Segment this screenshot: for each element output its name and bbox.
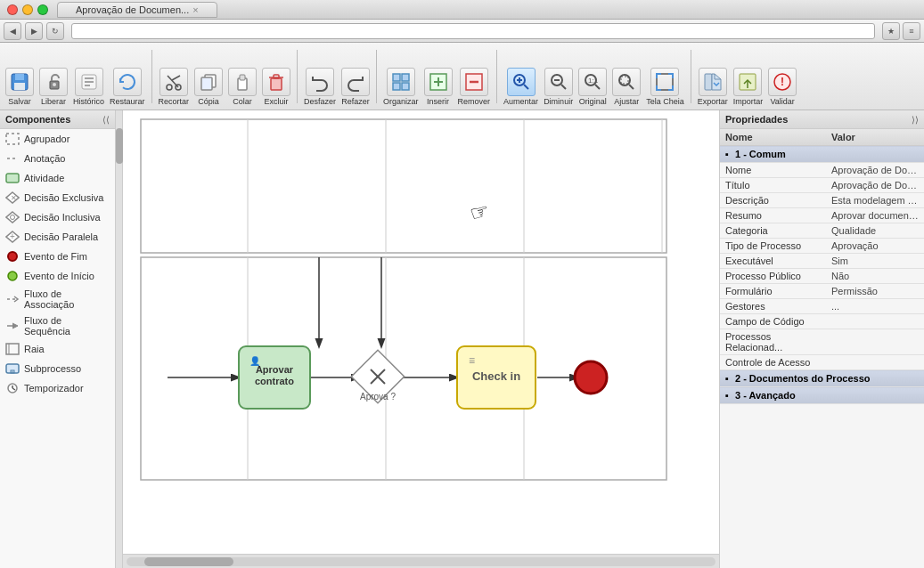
prop-row-categoria: Categoria Qualidade — [720, 223, 924, 239]
prop-value-nome[interactable]: Aprovação de Documen... — [826, 163, 924, 178]
prop-value-campo-codigo[interactable] — [826, 314, 924, 329]
prop-value-formulario[interactable]: Permissão — [826, 284, 924, 299]
window-chrome: Aprovação de Documen... × — [0, 0, 924, 20]
properties-expand-icon[interactable]: ⟩⟩ — [912, 115, 919, 125]
svg-point-4 — [53, 83, 56, 86]
prop-value-controle[interactable] — [826, 355, 924, 370]
section-expand-icon: ▪ — [725, 149, 729, 159]
prop-value-processo-publico[interactable]: Não — [826, 269, 924, 284]
importar-button[interactable]: Importar — [732, 66, 765, 108]
bookmark-icon[interactable]: ★ — [882, 22, 900, 40]
scroll-thumb[interactable] — [144, 557, 233, 566]
sidebar-item-evento-fim[interactable]: Evento de Fim — [0, 247, 115, 266]
restaurar-button[interactable]: Restaurar — [108, 66, 147, 108]
refresh-button[interactable]: ↻ — [46, 22, 64, 40]
sidebar-item-raia[interactable]: Raia — [0, 339, 115, 359]
liberar-button[interactable]: Liberar — [37, 66, 70, 108]
validar-button[interactable]: ! Validar — [766, 66, 798, 108]
canvas-area[interactable]: 👤 Aprovar contrato Aprova ? ≡ Check in — [116, 110, 719, 568]
recortar-button[interactable]: Recortar — [157, 66, 192, 108]
menu-icon[interactable]: ≡ — [903, 22, 920, 40]
copia-button[interactable]: Cópia — [192, 66, 225, 108]
right-panel: Propriedades ⟩⟩ Nome Valor ▪ 1 - Com — [719, 110, 924, 568]
historico-button[interactable]: Histórico — [71, 66, 106, 108]
original-button[interactable]: 1:1 Original — [576, 66, 609, 108]
prop-value-processos-rel[interactable] — [826, 329, 924, 355]
sidebar-item-decisao-exclusiva[interactable]: ✕ Decisão Exclusiva — [0, 188, 115, 207]
left-scroll-bar[interactable] — [116, 110, 123, 568]
section-documentos[interactable]: ▪ 2 - Documentos do Processo — [720, 370, 924, 387]
sidebar-item-anotacao[interactable]: Anotação — [0, 149, 115, 168]
organizar-button[interactable]: Organizar — [381, 66, 421, 108]
prop-row-processo-publico: Processo Público Não — [720, 269, 924, 284]
left-scroll-thumb[interactable] — [116, 128, 123, 164]
prop-name-controle: Controle de Acesso — [720, 355, 826, 370]
refazer-icon — [341, 68, 370, 96]
sidebar-item-decisao-inclusiva[interactable]: Decisão Inclusiva — [0, 207, 115, 227]
sidebar-item-label: Temporizador — [24, 383, 84, 394]
active-tab[interactable]: Aprovação de Documen... × — [57, 2, 217, 18]
prop-row-titulo: Título Aprovação de Documen... — [720, 178, 924, 193]
exportar-button[interactable]: Exportar — [696, 66, 730, 108]
sidebar-item-label: Subprocesso — [24, 363, 81, 374]
prop-name-resumo: Resumo — [720, 208, 826, 223]
colar-button[interactable]: Colar — [226, 66, 258, 108]
forward-button[interactable]: ▶ — [25, 22, 43, 40]
sidebar-item-agrupador[interactable]: Agrupador — [0, 129, 115, 149]
section-label-3: 3 - Avançado — [735, 390, 796, 401]
inserir-button[interactable]: Inserir — [422, 66, 454, 108]
svg-rect-41 — [621, 77, 628, 84]
prop-value-titulo[interactable]: Aprovação de Documen... — [826, 178, 924, 193]
remover-button[interactable]: Remover — [456, 66, 493, 108]
tela-cheia-button[interactable]: Tela Cheia — [644, 66, 686, 108]
recortar-icon — [159, 68, 188, 96]
sidebar-item-atividade[interactable]: Atividade — [0, 168, 115, 188]
excluir-button[interactable]: Excluir — [260, 66, 292, 108]
properties-scroll[interactable]: Nome Valor ▪ 1 - Comum Nome Aprovação — [720, 129, 924, 568]
svg-rect-20 — [393, 74, 400, 81]
refazer-button[interactable]: Refazer — [339, 66, 372, 108]
prop-row-tipo: Tipo de Processo Aprovação — [720, 239, 924, 254]
address-bar[interactable] — [71, 23, 875, 39]
prop-value-categoria[interactable]: Qualidade — [826, 223, 924, 239]
prop-value-gestores[interactable]: ... — [826, 299, 924, 314]
validar-icon: ! — [768, 68, 797, 96]
section-comum[interactable]: ▪ 1 - Comum — [720, 146, 924, 163]
svg-rect-23 — [402, 83, 409, 90]
sidebar-item-subprocesso[interactable]: + Subprocesso — [0, 359, 115, 378]
tab-close-icon[interactable]: × — [192, 4, 198, 15]
decisao-paralela-icon: + — [5, 230, 20, 244]
desfazer-icon — [306, 68, 334, 96]
agrupador-icon — [5, 132, 20, 146]
maximize-button[interactable] — [37, 4, 48, 15]
diminuir-label: Diminuir — [544, 97, 573, 106]
close-button[interactable] — [7, 4, 18, 15]
prop-value-executavel[interactable]: Sim — [826, 254, 924, 269]
prop-value-tipo[interactable]: Aprovação — [826, 239, 924, 254]
diminuir-button[interactable]: Diminuir — [542, 66, 575, 108]
sidebar-item-fluxo-associacao[interactable]: Fluxo de Associação — [0, 286, 115, 312]
sidebar-collapse-button[interactable]: ⟨⟨ — [102, 115, 110, 125]
col-name: Nome — [720, 129, 826, 146]
minimize-button[interactable] — [22, 4, 33, 15]
toolbar: Salvar Liberar Histórico Restaurar Recor… — [0, 43, 924, 110]
prop-value-descricao[interactable]: Esta modelagem tem, ... — [826, 193, 924, 208]
canvas-viewport[interactable]: 👤 Aprovar contrato Aprova ? ≡ Check in — [123, 110, 719, 554]
sidebar-item-fluxo-sequencia[interactable]: Fluxo de Sequência — [0, 312, 115, 339]
nav-icons: ★ ≡ — [882, 22, 920, 40]
salvar-button[interactable]: Salvar — [4, 66, 36, 108]
sidebar-item-decisao-paralela[interactable]: + Decisão Paralela — [0, 227, 115, 247]
back-button[interactable]: ◀ — [4, 22, 21, 40]
aumentar-button[interactable]: Aumentar — [502, 66, 540, 108]
liberar-icon — [39, 68, 68, 96]
bpmn-diagram[interactable]: 👤 Aprovar contrato Aprova ? ≡ Check in — [123, 110, 693, 493]
sidebar-item-temporizador[interactable]: Temporizador — [0, 378, 115, 398]
sidebar-item-evento-inicio[interactable]: Evento de Início — [0, 266, 115, 286]
svg-rect-72 — [141, 119, 666, 253]
desfazer-button[interactable]: Desfazer — [302, 66, 338, 108]
bottom-scroll[interactable] — [123, 554, 719, 568]
ajustar-button[interactable]: Ajustar — [610, 66, 642, 108]
prop-value-resumo[interactable]: Aprovar documentos d... — [826, 208, 924, 223]
svg-rect-43 — [705, 74, 712, 90]
section-avancado[interactable]: ▪ 3 - Avançado — [720, 387, 924, 404]
